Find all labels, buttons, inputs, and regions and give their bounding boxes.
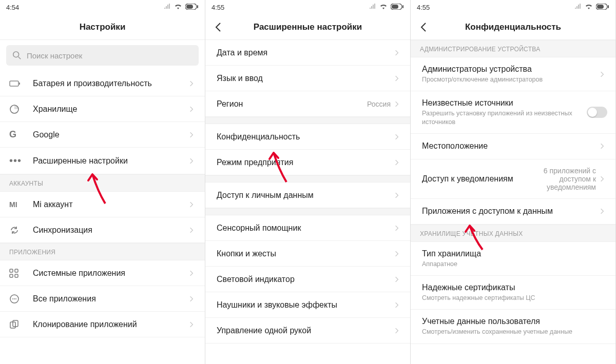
row-sync[interactable]: Синхронизация (0, 217, 205, 243)
row-onehand[interactable]: Управление одной рукой (205, 318, 410, 343)
search-input[interactable]: Поиск настроек (6, 45, 199, 66)
row-datetime[interactable]: Дата и время (205, 40, 410, 66)
row-touch-assist[interactable]: Сенсорный помощник (205, 215, 410, 241)
chevron-right-icon (395, 276, 402, 283)
status-bar: 4:55 (205, 0, 410, 14)
svg-rect-8 (10, 269, 13, 272)
chevron-right-icon (395, 250, 402, 257)
row-led[interactable]: Световой индикатор (205, 267, 410, 292)
battery-icon (391, 4, 404, 11)
title-bar: Конфиденциальность (411, 14, 615, 40)
svg-rect-1 (186, 5, 193, 9)
section-apps: ПРИЛОЖЕНИЯ (0, 243, 205, 260)
svg-point-15 (15, 298, 16, 299)
svg-line-4 (18, 57, 21, 59)
row-storage[interactable]: Хранилище (0, 96, 205, 122)
battery-outline-icon (9, 80, 24, 87)
chevron-right-icon (600, 175, 607, 183)
svg-rect-11 (15, 274, 18, 277)
storage-icon (9, 104, 24, 114)
chevron-right-icon (600, 71, 607, 78)
row-advanced[interactable]: ••• Расширенные настройки (0, 148, 205, 174)
chevron-right-icon (189, 227, 197, 234)
chevron-right-icon (189, 106, 197, 113)
grid-icon (9, 269, 24, 278)
chevron-right-icon (189, 295, 197, 302)
row-lang[interactable]: Язык и ввод (205, 66, 410, 91)
status-bar: 4:55 (411, 0, 615, 14)
row-google[interactable]: G Google (0, 122, 205, 148)
chevron-right-icon (189, 131, 197, 138)
toggle-unknown-sources[interactable] (587, 107, 607, 118)
chevron-right-icon (189, 157, 197, 165)
row-all-apps[interactable]: Все приложения (0, 286, 205, 312)
signal-icon (369, 4, 376, 11)
row-enterprise[interactable]: Режим предприятия (205, 150, 410, 175)
search-icon (12, 51, 22, 60)
chevron-right-icon (600, 143, 607, 150)
chevron-right-icon (189, 80, 197, 87)
signal-icon (574, 4, 582, 11)
row-user-credentials[interactable]: Учетные данные пользователя Смотреть/изм… (411, 310, 615, 343)
wifi-icon (174, 4, 182, 11)
row-clone-apps[interactable]: Клонирование приложений (0, 312, 205, 337)
sync-icon (9, 225, 24, 235)
region-value: Россия (367, 100, 391, 108)
chevron-right-icon (395, 75, 402, 82)
row-mi-account[interactable]: MI Mi аккаунт (0, 192, 205, 217)
title-bar: Настройки (0, 14, 205, 40)
row-trusted-certs[interactable]: Надежные сертификаты Смотреть надежные с… (411, 276, 615, 310)
row-notification-access[interactable]: Доступ к уведомлениям 6 приложений с дос… (411, 159, 615, 199)
svg-rect-2 (197, 5, 198, 8)
page-title: Конфиденциальность (465, 22, 561, 32)
clone-icon (9, 319, 24, 330)
chevron-right-icon (600, 208, 607, 215)
row-personal-data[interactable]: Доступ к личным данным (205, 183, 410, 208)
status-icons (164, 4, 199, 11)
section-accounts: АККАУНТЫ (0, 174, 205, 192)
clock: 4:55 (211, 4, 224, 11)
row-location[interactable]: Местоположение (411, 134, 615, 159)
row-unknown-sources[interactable]: Неизвестные источники Разрешить установк… (411, 91, 615, 134)
notif-value: 6 приложений с доступом к уведомлениям (519, 167, 596, 191)
row-buttons-gestures[interactable]: Кнопки и жесты (205, 241, 410, 267)
svg-rect-9 (15, 269, 18, 272)
status-icons (574, 4, 609, 11)
page-title: Расширенные настройки (254, 22, 362, 32)
svg-rect-20 (402, 5, 403, 8)
chevron-right-icon (395, 100, 402, 108)
row-headphones[interactable]: Наушники и звуковые эффекты (205, 292, 410, 318)
title-bar: Расширенные настройки (205, 14, 410, 40)
screen-privacy: 4:55 Конфиденциальность АДМИНИСТРИРОВАНИ… (411, 0, 616, 364)
svg-point-14 (14, 298, 15, 299)
row-store-type[interactable]: Тип хранилища Аппаратное (411, 242, 615, 276)
status-bar: 4:54 (0, 0, 205, 14)
svg-rect-23 (608, 5, 609, 8)
chevron-right-icon (189, 270, 197, 277)
back-button[interactable] (213, 22, 224, 33)
clock: 4:54 (6, 4, 19, 11)
svg-rect-10 (10, 274, 13, 277)
back-button[interactable] (418, 22, 429, 33)
svg-rect-22 (597, 5, 604, 9)
section-credstore: ХРАНИЛИЩЕ УЧЕТНЫХ ДАННЫХ (411, 225, 615, 242)
chevron-right-icon (395, 159, 402, 166)
chevron-right-icon (395, 225, 402, 232)
row-device-admins[interactable]: Администраторы устройства Просмотр/отклю… (411, 57, 615, 91)
row-apps-with-access[interactable]: Приложения с доступом к данным (411, 199, 615, 225)
status-icons (369, 4, 404, 11)
chevron-right-icon (395, 49, 402, 56)
chevron-right-icon (189, 201, 197, 208)
row-system-apps[interactable]: Системные приложения (0, 260, 205, 286)
chevron-right-icon (395, 192, 402, 199)
row-privacy[interactable]: Конфиденциальность (205, 124, 410, 150)
svg-point-13 (12, 298, 13, 299)
row-region[interactable]: Регион Россия (205, 91, 410, 117)
screen-advanced: 4:55 Расширенные настройки Дата и время … (205, 0, 411, 364)
svg-rect-19 (392, 5, 398, 9)
row-battery[interactable]: Батарея и производительность (0, 71, 205, 96)
section-admin: АДМИНИСТРИРОВАНИЕ УСТРОЙСТВА (411, 40, 615, 57)
svg-rect-5 (10, 81, 18, 86)
mi-icon: MI (9, 200, 24, 209)
page-title: Настройки (80, 22, 126, 32)
